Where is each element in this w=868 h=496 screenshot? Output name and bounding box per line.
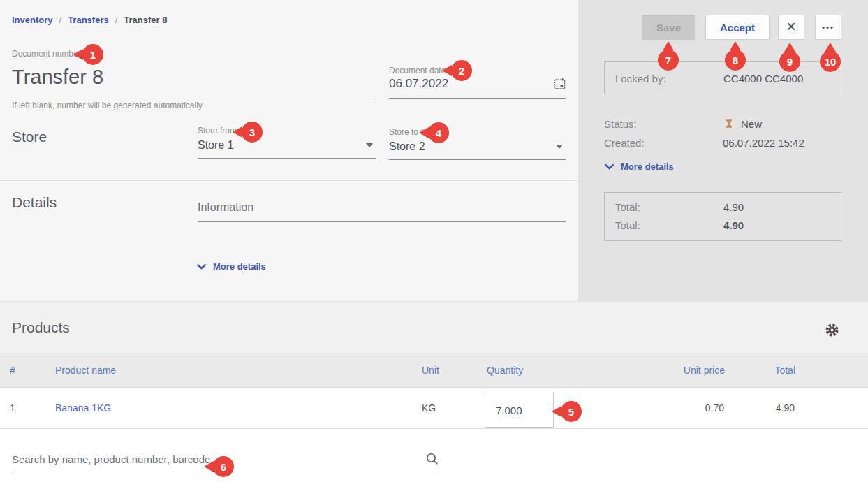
total-value: 4.90 (723, 201, 744, 213)
breadcrumb-inventory[interactable]: Inventory (12, 15, 53, 25)
row-index: 1 (10, 388, 15, 429)
transfer-document-page: Inventory / Transfers / Transfer 8 Docum… (0, 0, 868, 496)
locked-by-value: CC4000 CC4000 (723, 73, 803, 85)
totals-box: Total: 4.90 Total: 4.90 (604, 192, 841, 241)
accept-button[interactable]: Accept (705, 15, 770, 40)
column-quantity[interactable]: Quantity (487, 353, 523, 388)
chevron-down-icon (196, 263, 207, 270)
more-details-label: More details (213, 261, 266, 272)
annotation-marker-6: 6 (213, 456, 234, 477)
grand-total-value: 4.90 (723, 219, 744, 231)
annotation-marker-8: 8 (725, 50, 746, 71)
product-name-link[interactable]: Banana 1KG (55, 388, 111, 429)
column-unit[interactable]: Unit (422, 353, 439, 388)
status-value: New (741, 118, 762, 130)
information-field[interactable] (198, 201, 566, 222)
annotation-marker-7: 7 (658, 50, 679, 71)
table-row: 1 Banana 1KG KG 0.70 4.90 (0, 388, 868, 429)
document-number-value[interactable]: Transfer 8 (12, 66, 103, 89)
store-to-select[interactable]: Store 2 (389, 140, 566, 160)
quantity-input[interactable] (485, 393, 553, 427)
annotation-marker-1: 1 (82, 44, 103, 65)
breadcrumb-current: Transfer 8 (124, 15, 167, 25)
details-section-heading: Details (12, 194, 57, 211)
document-number-underline (12, 96, 376, 96)
save-button[interactable]: Save (642, 15, 695, 40)
close-button[interactable]: × (778, 15, 804, 40)
locked-by-box: Locked by: CC4000 CC4000 (604, 61, 841, 94)
annotation-marker-9: 9 (779, 51, 800, 72)
store-from-select[interactable]: Store 1 (198, 139, 376, 159)
search-icon[interactable] (426, 453, 439, 465)
column-index[interactable]: # (10, 353, 15, 388)
row-unit-price: 0.70 (705, 388, 724, 429)
store-section-heading: Store (12, 129, 47, 145)
close-icon: × (786, 17, 796, 36)
document-date-input[interactable] (389, 77, 554, 91)
quantity-field[interactable] (485, 393, 554, 428)
ellipsis-icon: ••• (822, 23, 834, 31)
more-details-toggle[interactable]: More details (196, 261, 266, 272)
annotation-marker-5: 5 (561, 401, 582, 422)
panel-more-details-toggle[interactable]: More details (604, 161, 674, 172)
total-label: Total: (615, 201, 640, 213)
document-date-field[interactable] (389, 77, 566, 99)
row-total: 4.90 (776, 388, 795, 429)
gear-icon[interactable] (825, 323, 839, 337)
more-actions-button[interactable]: ••• (815, 15, 841, 40)
column-unit-price[interactable]: Unit price (684, 353, 725, 388)
store-from-value: Store 1 (198, 139, 366, 152)
status-label: Status: (604, 118, 637, 130)
caret-down-icon (556, 145, 563, 149)
calendar-icon[interactable] (554, 78, 566, 90)
breadcrumb: Inventory / Transfers / Transfer 8 (12, 15, 167, 25)
breadcrumb-transfers[interactable]: Transfers (68, 15, 109, 25)
annotation-marker-3: 3 (242, 122, 263, 143)
products-section: Products # Product name Unit Quantity Un… (0, 301, 868, 496)
products-header: Products (0, 301, 868, 353)
grand-total-label: Total: (615, 219, 640, 231)
store-to-value: Store 2 (389, 140, 556, 153)
hourglass-status-icon (723, 117, 735, 130)
breadcrumb-separator: / (59, 15, 62, 25)
row-unit: KG (422, 388, 436, 429)
caret-down-icon (366, 143, 373, 147)
chevron-down-icon (604, 163, 615, 170)
created-value: 06.07.2022 15:42 (723, 137, 804, 149)
section-divider (0, 180, 578, 181)
breadcrumb-separator: / (115, 15, 118, 25)
products-heading: Products (12, 319, 70, 336)
document-number-label: Document number (12, 49, 81, 59)
annotation-marker-10: 10 (820, 51, 841, 72)
panel-more-details-label: More details (621, 161, 674, 172)
annotation-marker-4: 4 (428, 122, 449, 143)
created-label: Created: (604, 137, 645, 149)
document-number-hint: If left blank, number will be generated … (12, 101, 203, 110)
column-total[interactable]: Total (774, 353, 795, 388)
locked-by-label: Locked by: (615, 73, 666, 85)
products-table-header: # Product name Unit Quantity Unit price … (0, 353, 868, 388)
column-product-name[interactable]: Product name (55, 353, 116, 388)
information-input[interactable] (198, 201, 566, 214)
annotation-marker-2: 2 (451, 60, 472, 81)
